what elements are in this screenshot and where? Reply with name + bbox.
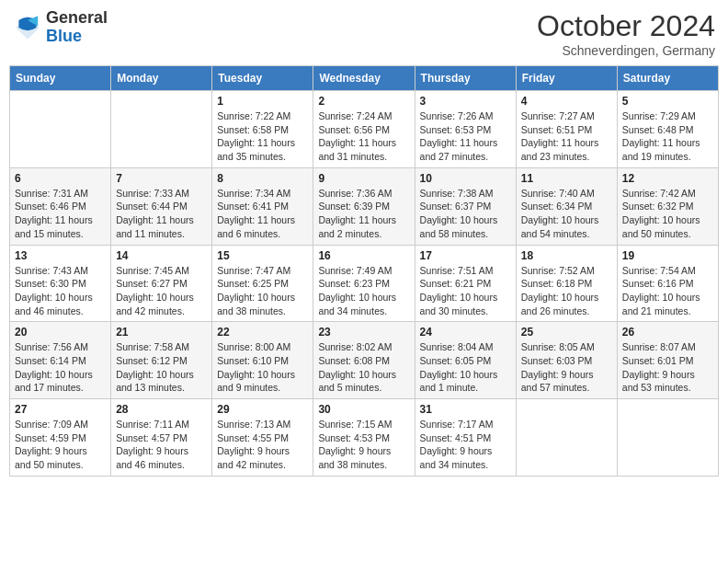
month-title: October 2024 (537, 9, 715, 43)
day-number: 27 (15, 403, 106, 416)
calendar-cell: 13Sunrise: 7:43 AM Sunset: 6:30 PM Dayli… (10, 245, 111, 322)
day-number: 25 (521, 326, 612, 339)
calendar-cell: 2Sunrise: 7:24 AM Sunset: 6:56 PM Daylig… (313, 91, 415, 168)
day-number: 3 (420, 95, 511, 108)
calendar-week-5: 27Sunrise: 7:09 AM Sunset: 4:59 PM Dayli… (10, 399, 719, 477)
header: General Blue October 2024 Schneverdingen… (9, 9, 719, 58)
calendar-body: 1Sunrise: 7:22 AM Sunset: 6:58 PM Daylig… (10, 91, 719, 477)
day-number: 7 (116, 172, 207, 185)
calendar-cell: 6Sunrise: 7:31 AM Sunset: 6:46 PM Daylig… (10, 167, 111, 245)
calendar-cell (111, 91, 212, 168)
day-info: Sunrise: 8:02 AM Sunset: 6:08 PM Dayligh… (318, 340, 409, 395)
day-number: 24 (420, 326, 511, 339)
logo: General Blue (13, 9, 108, 46)
day-info: Sunrise: 8:00 AM Sunset: 6:10 PM Dayligh… (217, 340, 308, 395)
day-info: Sunrise: 7:27 AM Sunset: 6:51 PM Dayligh… (521, 109, 612, 164)
day-number: 18 (521, 249, 612, 262)
day-info: Sunrise: 7:51 AM Sunset: 6:21 PM Dayligh… (420, 264, 511, 318)
calendar-cell: 26Sunrise: 8:07 AM Sunset: 6:01 PM Dayli… (617, 322, 718, 399)
day-info: Sunrise: 7:38 AM Sunset: 6:37 PM Dayligh… (420, 187, 511, 241)
day-number: 12 (622, 172, 713, 185)
calendar-cell (10, 91, 111, 168)
calendar-week-4: 20Sunrise: 7:56 AM Sunset: 6:14 PM Dayli… (10, 322, 719, 399)
day-info: Sunrise: 7:33 AM Sunset: 6:44 PM Dayligh… (116, 187, 207, 241)
weekday-header-monday: Monday (111, 66, 212, 91)
calendar-week-1: 1Sunrise: 7:22 AM Sunset: 6:58 PM Daylig… (10, 91, 719, 168)
calendar-cell: 5Sunrise: 7:29 AM Sunset: 6:48 PM Daylig… (617, 91, 718, 168)
calendar-cell: 7Sunrise: 7:33 AM Sunset: 6:44 PM Daylig… (111, 167, 212, 245)
day-info: Sunrise: 7:17 AM Sunset: 4:51 PM Dayligh… (420, 418, 511, 472)
day-number: 19 (622, 249, 713, 262)
day-number: 28 (116, 403, 207, 416)
day-info: Sunrise: 7:49 AM Sunset: 6:23 PM Dayligh… (318, 264, 409, 318)
location-title: Schneverdingen, Germany (537, 43, 715, 58)
calendar-cell: 28Sunrise: 7:11 AM Sunset: 4:57 PM Dayli… (111, 399, 212, 477)
day-info: Sunrise: 7:36 AM Sunset: 6:39 PM Dayligh… (318, 187, 409, 241)
day-number: 15 (217, 249, 308, 262)
day-info: Sunrise: 7:47 AM Sunset: 6:25 PM Dayligh… (217, 264, 308, 318)
day-number: 14 (116, 249, 207, 262)
day-number: 1 (217, 95, 308, 108)
day-number: 13 (15, 249, 106, 262)
day-info: Sunrise: 7:15 AM Sunset: 4:53 PM Dayligh… (318, 418, 409, 472)
calendar-cell: 11Sunrise: 7:40 AM Sunset: 6:34 PM Dayli… (516, 167, 617, 245)
calendar-cell: 21Sunrise: 7:58 AM Sunset: 6:12 PM Dayli… (111, 322, 212, 399)
day-number: 17 (420, 249, 511, 262)
day-number: 8 (217, 172, 308, 185)
day-info: Sunrise: 8:04 AM Sunset: 6:05 PM Dayligh… (420, 340, 511, 395)
weekday-header-row: SundayMondayTuesdayWednesdayThursdayFrid… (10, 66, 719, 91)
logo-blue-text: Blue (46, 27, 82, 45)
day-number: 5 (622, 95, 713, 108)
calendar-cell (617, 399, 718, 477)
calendar-cell: 4Sunrise: 7:27 AM Sunset: 6:51 PM Daylig… (516, 91, 617, 168)
day-number: 9 (318, 172, 409, 185)
calendar-cell: 8Sunrise: 7:34 AM Sunset: 6:41 PM Daylig… (212, 167, 313, 245)
day-info: Sunrise: 7:13 AM Sunset: 4:55 PM Dayligh… (217, 418, 308, 472)
calendar-cell: 29Sunrise: 7:13 AM Sunset: 4:55 PM Dayli… (212, 399, 313, 477)
calendar-header: SundayMondayTuesdayWednesdayThursdayFrid… (10, 66, 719, 91)
calendar-cell: 18Sunrise: 7:52 AM Sunset: 6:18 PM Dayli… (516, 245, 617, 322)
day-info: Sunrise: 7:54 AM Sunset: 6:16 PM Dayligh… (622, 264, 713, 318)
day-info: Sunrise: 7:43 AM Sunset: 6:30 PM Dayligh… (15, 264, 106, 318)
day-number: 22 (217, 326, 308, 339)
logo-general-text: General (46, 8, 108, 27)
day-number: 10 (420, 172, 511, 185)
day-number: 23 (318, 326, 409, 339)
title-area: October 2024 Schneverdingen, Germany (537, 9, 715, 58)
calendar-cell: 15Sunrise: 7:47 AM Sunset: 6:25 PM Dayli… (212, 245, 313, 322)
weekday-header-saturday: Saturday (617, 66, 718, 91)
day-number: 26 (622, 326, 713, 339)
day-number: 31 (420, 403, 511, 416)
day-info: Sunrise: 7:40 AM Sunset: 6:34 PM Dayligh… (521, 187, 612, 241)
calendar-cell: 27Sunrise: 7:09 AM Sunset: 4:59 PM Dayli… (10, 399, 111, 477)
calendar-cell: 25Sunrise: 8:05 AM Sunset: 6:03 PM Dayli… (516, 322, 617, 399)
calendar-cell: 10Sunrise: 7:38 AM Sunset: 6:37 PM Dayli… (415, 167, 516, 245)
day-info: Sunrise: 7:11 AM Sunset: 4:57 PM Dayligh… (116, 418, 207, 472)
calendar-cell: 17Sunrise: 7:51 AM Sunset: 6:21 PM Dayli… (415, 245, 516, 322)
calendar-cell: 12Sunrise: 7:42 AM Sunset: 6:32 PM Dayli… (617, 167, 718, 245)
day-info: Sunrise: 7:09 AM Sunset: 4:59 PM Dayligh… (15, 418, 106, 472)
calendar-cell: 19Sunrise: 7:54 AM Sunset: 6:16 PM Dayli… (617, 245, 718, 322)
calendar-cell: 23Sunrise: 8:02 AM Sunset: 6:08 PM Dayli… (313, 322, 415, 399)
day-info: Sunrise: 7:58 AM Sunset: 6:12 PM Dayligh… (116, 340, 207, 395)
weekday-header-thursday: Thursday (415, 66, 516, 91)
day-info: Sunrise: 7:22 AM Sunset: 6:58 PM Dayligh… (217, 109, 308, 164)
calendar: SundayMondayTuesdayWednesdayThursdayFrid… (9, 65, 719, 477)
day-info: Sunrise: 7:26 AM Sunset: 6:53 PM Dayligh… (420, 109, 511, 164)
weekday-header-sunday: Sunday (10, 66, 111, 91)
day-number: 21 (116, 326, 207, 339)
weekday-header-wednesday: Wednesday (313, 66, 415, 91)
calendar-cell: 3Sunrise: 7:26 AM Sunset: 6:53 PM Daylig… (415, 91, 516, 168)
day-info: Sunrise: 7:29 AM Sunset: 6:48 PM Dayligh… (622, 109, 713, 164)
calendar-week-3: 13Sunrise: 7:43 AM Sunset: 6:30 PM Dayli… (10, 245, 719, 322)
weekday-header-friday: Friday (516, 66, 617, 91)
day-number: 30 (318, 403, 409, 416)
day-number: 4 (521, 95, 612, 108)
logo-icon (13, 13, 42, 42)
calendar-week-2: 6Sunrise: 7:31 AM Sunset: 6:46 PM Daylig… (10, 167, 719, 245)
day-info: Sunrise: 7:24 AM Sunset: 6:56 PM Dayligh… (318, 109, 409, 164)
day-number: 11 (521, 172, 612, 185)
calendar-cell: 22Sunrise: 8:00 AM Sunset: 6:10 PM Dayli… (212, 322, 313, 399)
day-info: Sunrise: 7:34 AM Sunset: 6:41 PM Dayligh… (217, 187, 308, 241)
calendar-cell (516, 399, 617, 477)
